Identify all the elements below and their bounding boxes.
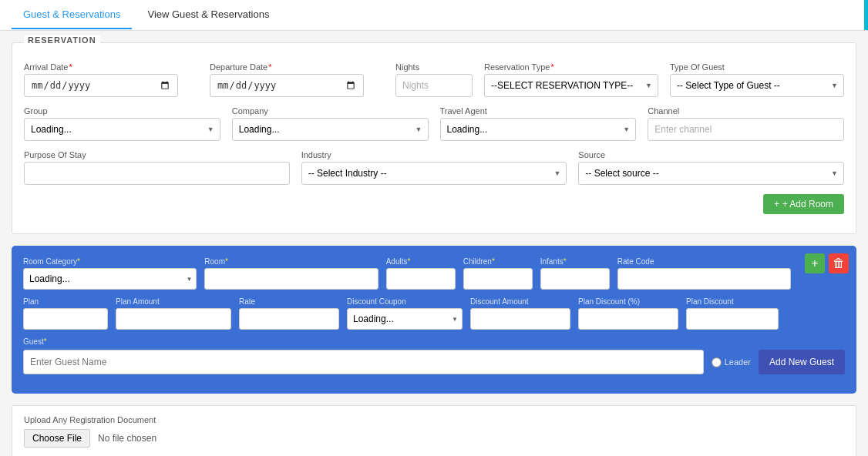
form-row-3: Purpose Of Stay Industry -- Select Indus…	[24, 150, 844, 185]
add-room-row: + + Add Room	[24, 194, 844, 222]
travel-agent-select-wrapper: Loading...	[440, 118, 637, 141]
tab-view-guest-reservations[interactable]: View Guest & Reservations	[136, 1, 281, 29]
nights-input[interactable]	[395, 74, 473, 97]
rate-code-group: Rate Code	[617, 257, 791, 290]
plan-discount-pct-group: Plan Discount (%)	[578, 297, 678, 330]
purpose-of-stay-label: Purpose Of Stay	[24, 150, 290, 159]
file-input-row: Choose File No file chosen	[24, 429, 844, 448]
rate-code-input[interactable]	[617, 268, 791, 290]
add-new-guest-button[interactable]: Add New Guest	[759, 350, 845, 374]
source-select[interactable]: -- Select source --	[578, 162, 844, 185]
plan-amount-label: Plan Amount	[116, 297, 231, 306]
type-of-guest-group: Type Of Guest -- Select Type of Guest --	[670, 62, 844, 97]
add-row-button[interactable]: +	[805, 253, 825, 273]
travel-agent-label: Travel Agent	[440, 106, 637, 116]
room-category-select-wrapper: Loading...	[23, 268, 197, 290]
purpose-of-stay-input[interactable]	[24, 162, 290, 185]
guest-name-input[interactable]	[23, 350, 704, 374]
plan-discount-input[interactable]	[686, 308, 779, 330]
guest-input-wrap	[23, 350, 704, 374]
children-label: Children*	[463, 257, 533, 266]
reservation-type-select[interactable]: --SELECT RESERVATION TYPE--	[484, 74, 658, 97]
reservation-section-title: RESERVATION	[24, 35, 100, 45]
leader-radio[interactable]	[712, 357, 722, 367]
choose-file-button[interactable]: Choose File	[24, 429, 90, 448]
plan-discount-pct-input[interactable]	[578, 308, 678, 330]
nights-label: Nights	[395, 62, 473, 72]
type-of-guest-select[interactable]: -- Select Type of Guest --	[670, 74, 844, 97]
group-label: Group	[24, 106, 220, 116]
discount-coupon-select[interactable]: Loading...	[347, 308, 463, 330]
channel-label: Channel	[648, 106, 844, 116]
plan-discount-group: Plan Discount	[686, 297, 779, 330]
rate-input[interactable]	[239, 308, 339, 330]
plan-amount-group: Plan Amount	[116, 297, 231, 330]
channel-input[interactable]	[648, 118, 844, 141]
adults-input[interactable]	[386, 268, 456, 290]
industry-label: Industry	[301, 150, 567, 159]
channel-group: Channel	[648, 106, 844, 141]
form-row-2: Group Loading... Company Loading... Trav…	[24, 106, 844, 141]
room-row-1: Room Category* Loading... Room* Adults*	[23, 257, 845, 290]
discount-amount-label: Discount Amount	[470, 297, 570, 306]
plan-discount-label: Plan Discount	[686, 297, 779, 306]
room-row-3: Guest* Leader Add New Guest	[23, 337, 845, 374]
guest-field-wrapper: Guest* Leader Add New Guest	[23, 337, 845, 374]
guest-label: Guest*	[23, 337, 845, 346]
tab-guest-reservations[interactable]: Guest & Reservations	[12, 1, 132, 29]
arrival-date-group: Arrival Date*	[24, 62, 198, 97]
industry-select[interactable]: -- Select Industry --	[301, 162, 567, 185]
discount-coupon-group: Discount Coupon Loading...	[347, 297, 463, 330]
travel-agent-select[interactable]: Loading...	[440, 118, 637, 141]
top-nav: Guest & Reservations View Guest & Reserv…	[0, 0, 868, 31]
room-card: + 🗑 Room Category* Loading... Room*	[12, 246, 856, 394]
guest-row: Leader Add New Guest	[23, 350, 845, 374]
purpose-of-stay-group: Purpose Of Stay	[24, 150, 290, 185]
room-group: Room*	[204, 257, 378, 290]
main-content: RESERVATION Arrival Date* Departure Date…	[0, 31, 868, 456]
group-select[interactable]: Loading...	[24, 118, 220, 141]
departure-date-input[interactable]	[210, 74, 364, 97]
company-select-wrapper: Loading...	[232, 118, 429, 141]
plan-input[interactable]	[23, 308, 108, 330]
discount-amount-group: Discount Amount	[470, 297, 570, 330]
plan-discount-pct-label: Plan Discount (%)	[578, 297, 678, 306]
company-group: Company Loading...	[232, 106, 429, 141]
reservation-section: RESERVATION Arrival Date* Departure Date…	[12, 42, 856, 234]
source-select-wrapper: -- Select source --	[578, 162, 844, 185]
infants-group: Infants*	[540, 257, 610, 290]
leader-label: Leader	[725, 357, 751, 367]
rate-group: Rate	[239, 297, 339, 330]
group-select-wrapper: Loading...	[24, 118, 220, 141]
children-group: Children*	[463, 257, 533, 290]
room-input[interactable]	[204, 268, 378, 290]
departure-date-group: Departure Date*	[210, 62, 384, 97]
arrival-date-input[interactable]	[24, 74, 178, 97]
delete-row-button[interactable]: 🗑	[829, 253, 849, 273]
adults-label: Adults*	[386, 257, 456, 266]
type-of-guest-label: Type Of Guest	[670, 62, 844, 72]
rate-code-label: Rate Code	[617, 257, 791, 266]
departure-date-label: Departure Date*	[210, 62, 384, 72]
company-select[interactable]: Loading...	[232, 118, 429, 141]
discount-coupon-label: Discount Coupon	[347, 297, 463, 306]
upload-label: Upload Any Registration Document	[24, 415, 844, 424]
infants-label: Infants*	[540, 257, 610, 266]
source-group: Source -- Select source --	[578, 150, 844, 185]
travel-agent-group: Travel Agent Loading...	[440, 106, 637, 141]
infants-input[interactable]	[540, 268, 610, 290]
children-input[interactable]	[463, 268, 533, 290]
reservation-type-select-wrapper: --SELECT RESERVATION TYPE--	[484, 74, 658, 97]
plan-amount-input[interactable]	[116, 308, 231, 330]
add-room-button[interactable]: + + Add Room	[763, 194, 844, 214]
form-row-1: Arrival Date* Departure Date* Nights Res…	[24, 62, 844, 97]
room-category-select[interactable]: Loading...	[23, 268, 197, 290]
room-category-label: Room Category*	[23, 257, 197, 266]
plus-icon: +	[774, 199, 779, 210]
discount-coupon-select-wrapper: Loading...	[347, 308, 463, 330]
company-label: Company	[232, 106, 429, 116]
group-group: Group Loading...	[24, 106, 220, 141]
plan-label: Plan	[23, 297, 108, 306]
arrival-date-label: Arrival Date*	[24, 62, 198, 72]
discount-amount-input[interactable]	[470, 308, 570, 330]
